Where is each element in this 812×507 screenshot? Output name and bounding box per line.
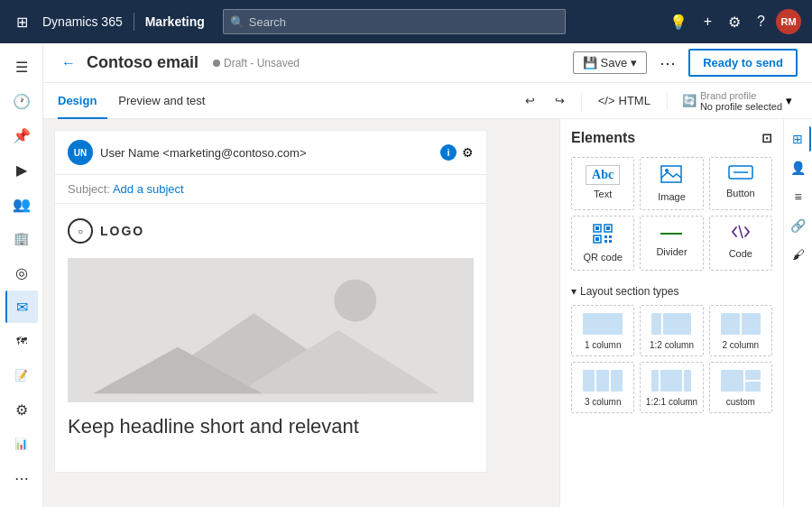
grid-menu-button[interactable]: ⊞ [11,10,33,34]
html-button[interactable]: </> HTML [591,90,658,111]
nav-brand: Dynamics 365 Marketing [42,13,205,31]
sidebar-item-menu[interactable]: ☰ [5,51,38,83]
sidebar-item-segments[interactable]: ◎ [5,256,38,289]
svg-rect-5 [661,166,681,182]
lightbulb-icon[interactable]: 💡 [664,10,693,34]
sidebar-item-forms[interactable]: 📝 [5,359,38,392]
email-canvas[interactable]: UN User Name <marketing@contoso.com> i ⚙… [43,119,559,507]
subject-link[interactable]: Add a subject [113,182,184,196]
elements-grid: Abc Text Image [571,157,772,271]
help-icon[interactable]: ? [752,10,770,33]
element-divider[interactable]: Divider [640,216,703,271]
layout-1-2col-preview [650,311,693,336]
save-button[interactable]: 💾 Save ▾ [573,51,648,74]
image-element-label: Image [658,191,686,202]
status-text: Draft - Unsaved [224,57,300,69]
layout-custom[interactable]: custom [709,362,772,413]
panel-main: Elements ⊡ Abc Text [560,119,783,507]
redo-button[interactable]: ↪ [548,90,572,111]
sidebar-item-play[interactable]: ▶ [5,153,38,186]
toolbar-separator-2 [667,92,668,110]
subject-label: Subject: [68,182,110,196]
layout-1-2-1col-label: 1:2:1 column [646,397,697,407]
undo-button[interactable]: ↩ [518,90,542,111]
avatar[interactable]: RM [776,9,801,34]
svg-rect-12 [606,226,610,230]
ready-to-send-button[interactable]: Ready to send [688,49,798,77]
more-options-button[interactable]: ⋯ [654,50,681,77]
svg-rect-17 [604,240,607,243]
layout-custom-preview [719,368,762,393]
brand-profile-text: Brand profile No profile selected [700,90,782,112]
layout-chevron-icon: ▾ [571,285,577,298]
panel-list-button[interactable]: ≡ [786,184,811,209]
settings-icon[interactable]: ⚙ [723,10,746,34]
svg-line-20 [739,226,743,238]
element-button[interactable]: Button [709,157,772,210]
plus-icon[interactable]: + [698,10,717,33]
element-image[interactable]: Image [640,157,703,210]
tab-design[interactable]: Design [58,83,107,119]
dynamics-label: Dynamics 365 [42,14,134,29]
layout-1col-label: 1 column [585,340,622,350]
element-text[interactable]: Abc Text [571,157,634,210]
brand-profile-selector[interactable]: 🔄 Brand profile No profile selected ▾ [677,87,798,115]
panel-brush-button[interactable]: 🖌 [786,242,811,267]
layout-1col[interactable]: 1 column [571,305,634,356]
image-placeholder[interactable] [68,258,474,402]
back-button[interactable]: ← [58,51,79,75]
sidebar-item-journeys[interactable]: 🗺 [5,325,38,357]
sidebar-item-recent[interactable]: 🕐 [5,85,38,117]
sidebar-item-people[interactable]: 👥 [5,188,38,220]
command-bar: ← Contoso email Draft - Unsaved 💾 Save ▾… [43,43,812,83]
html-code-icon: </> [598,94,615,107]
search-icon: 🔍 [230,15,245,29]
elements-view-icon[interactable]: ⊡ [761,131,772,145]
sidebar-item-settings[interactable]: ⚙ [5,393,38,426]
svg-rect-14 [595,237,599,241]
sidebar-item-groups[interactable]: 🏢 [5,222,38,254]
brand-divider [134,13,134,31]
code-element-label: Code [729,248,752,259]
qrcode-element-label: QR code [583,252,622,263]
top-nav: ⊞ Dynamics 365 Marketing 🔍 💡 + ⚙ ? RM [0,0,812,43]
svg-rect-10 [595,226,599,230]
layout-1-2col[interactable]: 1:2 column [640,305,703,356]
sidebar-item-pin[interactable]: 📌 [5,119,38,152]
sidebar-item-analytics[interactable]: 📊 [5,428,38,460]
elements-heading: Elements [571,130,635,146]
panel-person-button[interactable]: 👤 [786,155,811,180]
layout-3col[interactable]: 3 column [571,362,634,413]
element-qrcode[interactable]: QR code [571,216,634,271]
info-icon[interactable]: i [440,144,457,161]
header-icons: i ⚙ [440,144,474,161]
code-element-icon [731,224,751,244]
layout-2col[interactable]: 2 column [709,305,772,356]
module-label: Marketing [145,14,205,29]
main-layout: ☰ 🕐 📌 ▶ 👥 🏢 ◎ ✉ 🗺 📝 ⚙ 📊 ⋯ ← Contoso emai… [0,43,812,507]
layout-section-heading: Layout section types [580,285,678,298]
image-element-icon [660,165,682,188]
layout-section-label: ▾ Layout section types [571,285,772,298]
sidebar-item-email[interactable]: ✉ [5,290,38,323]
sender-info: User Name <marketing@contoso.com> [100,146,433,160]
logo-text: LOGO [100,224,144,238]
editor-area: UN User Name <marketing@contoso.com> i ⚙… [43,119,812,507]
email-body: ○ LOGO Keep headline [55,204,486,453]
svg-rect-18 [609,240,612,243]
right-panel: Elements ⊡ Abc Text [559,119,812,507]
element-code[interactable]: Code [709,216,772,271]
page-title: Contoso email [87,53,198,72]
tab-preview[interactable]: Preview and test [107,83,216,119]
search-input[interactable] [223,9,566,34]
layout-1-2-1col[interactable]: 1:2:1 column [640,362,703,413]
sidebar-item-more[interactable]: ⋯ [5,462,38,494]
layout-custom-label: custom [726,397,755,407]
settings-gear-icon[interactable]: ⚙ [462,145,474,160]
layout-1col-preview [581,311,624,336]
email-subject: Subject: Add a subject [55,175,486,204]
panel-layout-button[interactable]: ⊞ [786,126,811,152]
layout-3col-preview [581,368,624,393]
panel-link-button[interactable]: 🔗 [786,213,811,238]
tab-toolbar: ↩ ↪ </> HTML 🔄 Brand profile No profile … [518,83,798,118]
